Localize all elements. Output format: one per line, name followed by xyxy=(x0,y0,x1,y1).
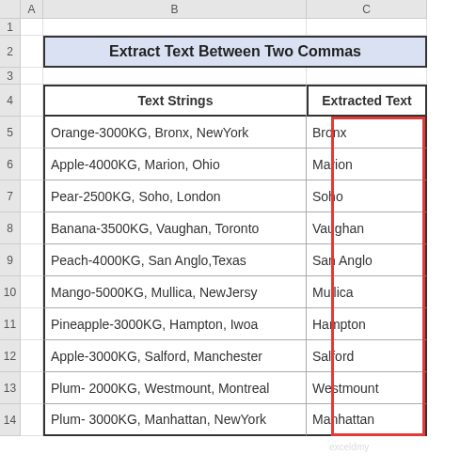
select-all-corner[interactable] xyxy=(0,0,21,19)
row-header-2[interactable]: 2 xyxy=(0,36,21,68)
cell-A3[interactable] xyxy=(21,68,43,85)
cell-A4[interactable] xyxy=(21,85,43,117)
table-row[interactable]: San Anglo xyxy=(307,244,427,276)
cell-A13[interactable] xyxy=(21,372,43,404)
cell-A12[interactable] xyxy=(21,340,43,372)
row-header-13[interactable]: 13 xyxy=(0,372,21,404)
cell-A8[interactable] xyxy=(21,212,43,244)
row-header-6[interactable]: 6 xyxy=(0,149,21,180)
row-header-7[interactable]: 7 xyxy=(0,180,21,212)
table-row[interactable]: Apple-3000KG, Salford, Manchester xyxy=(43,340,307,372)
cell-A10[interactable] xyxy=(21,276,43,308)
cell-A6[interactable] xyxy=(21,149,43,180)
cell-A1[interactable] xyxy=(21,19,43,36)
table-row[interactable]: Peach-4000KG, San Anglo,Texas xyxy=(43,244,307,276)
page-title: Extract Text Between Two Commas xyxy=(43,36,427,68)
cell-A9[interactable] xyxy=(21,244,43,276)
table-row[interactable]: Marion xyxy=(307,149,427,180)
cell-A11[interactable] xyxy=(21,308,43,340)
table-row[interactable]: Vaughan xyxy=(307,212,427,244)
table-row[interactable]: Pineapple-3000KG, Hampton, Iwoa xyxy=(43,308,307,340)
table-row[interactable]: Soho xyxy=(307,180,427,212)
cell-B3[interactable] xyxy=(43,68,307,85)
row-header-3[interactable]: 3 xyxy=(0,68,21,85)
cell-C1[interactable] xyxy=(307,19,427,36)
table-row[interactable]: Plum- 2000KG, Westmount, Montreal xyxy=(43,372,307,404)
cell-C3[interactable] xyxy=(307,68,427,85)
row-header-4[interactable]: 4 xyxy=(0,85,21,117)
table-row[interactable]: Mango-5000KG, Mullica, NewJersy xyxy=(43,276,307,308)
table-row[interactable]: Bronx xyxy=(307,117,427,149)
cell-A14[interactable] xyxy=(21,404,43,436)
table-header-extracted-text: Extracted Text xyxy=(307,85,427,117)
table-row[interactable]: Banana-3500KG, Vaughan, Toronto xyxy=(43,212,307,244)
table-row[interactable]: Orange-3000KG, Bronx, NewYork xyxy=(43,117,307,149)
row-header-10[interactable]: 10 xyxy=(0,276,21,308)
row-header-11[interactable]: 11 xyxy=(0,308,21,340)
table-row[interactable]: Plum- 3000KG, Manhattan, NewYork xyxy=(43,404,307,436)
cell-A5[interactable] xyxy=(21,117,43,149)
table-row[interactable]: Apple-4000KG, Marion, Ohio xyxy=(43,149,307,180)
column-header-A[interactable]: A xyxy=(21,0,43,19)
table-row[interactable]: Manhattan xyxy=(307,404,427,436)
row-header-1[interactable]: 1 xyxy=(0,19,21,36)
row-header-8[interactable]: 8 xyxy=(0,212,21,244)
table-row[interactable]: Westmount xyxy=(307,372,427,404)
watermark: exceldmy xyxy=(329,442,369,452)
row-header-5[interactable]: 5 xyxy=(0,117,21,149)
table-row[interactable]: Hampton xyxy=(307,308,427,340)
table-row[interactable]: Pear-2500KG, Soho, London xyxy=(43,180,307,212)
table-row[interactable]: Mullica xyxy=(307,276,427,308)
table-row[interactable]: Salford xyxy=(307,340,427,372)
row-header-14[interactable]: 14 xyxy=(0,404,21,436)
cell-A2[interactable] xyxy=(21,36,43,68)
table-header-text-strings: Text Strings xyxy=(43,85,307,117)
column-header-B[interactable]: B xyxy=(43,0,307,19)
row-header-12[interactable]: 12 xyxy=(0,340,21,372)
spreadsheet-grid[interactable]: ABC12Extract Text Between Two Commas34Te… xyxy=(0,0,476,436)
row-header-9[interactable]: 9 xyxy=(0,244,21,276)
cell-B1[interactable] xyxy=(43,19,307,36)
column-header-C[interactable]: C xyxy=(307,0,427,19)
cell-A7[interactable] xyxy=(21,180,43,212)
